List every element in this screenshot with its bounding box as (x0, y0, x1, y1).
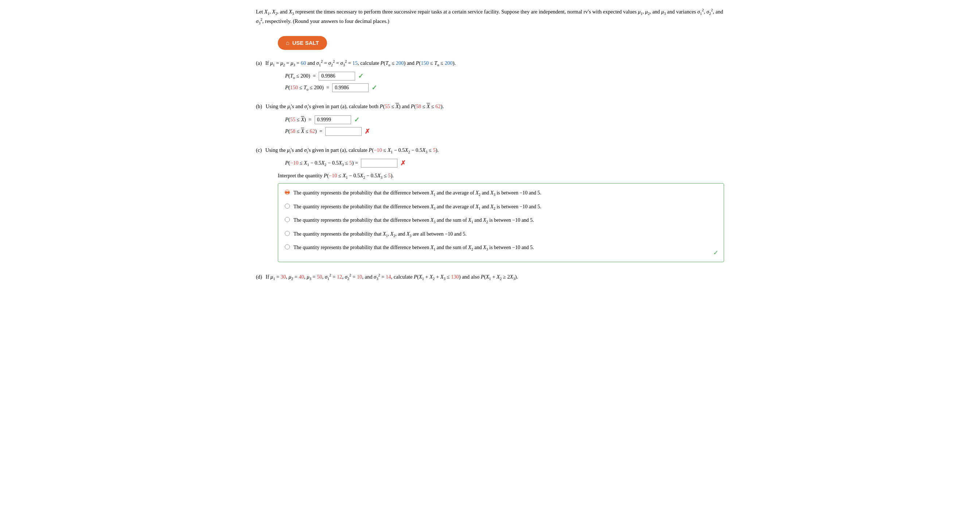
part-b-row-2-label: P(58 ≤ X ≤ 62) = (285, 128, 322, 135)
part-c-cross: ✗ (400, 159, 406, 167)
radio-circle-2[interactable] (285, 204, 290, 209)
radio-option-2[interactable]: The quantity represents the probability … (285, 203, 717, 212)
radio-label-1: The quantity represents the probability … (293, 189, 541, 198)
part-c-row: P(−10 ≤ X1 − 0.5X2 − 0.5X3 ≤ 5) = ✗ (285, 159, 724, 168)
interpretation-radio-group: The quantity represents the probability … (278, 183, 724, 262)
part-a-input-1[interactable] (319, 72, 355, 81)
radio-label-3: The quantity represents the probability … (293, 216, 534, 225)
part-d-label: (d) If μ1 = 30, μ2 = 40, μ3 = 50, σ12 = … (256, 273, 724, 282)
radio-label-4: The quantity represents the probability … (293, 230, 467, 239)
interpret-label: Interpret the quantity P(−10 ≤ X1 − 0.5X… (278, 173, 724, 179)
radio-circle-1[interactable] (285, 190, 290, 195)
radio-group-check: ✓ (713, 247, 719, 258)
part-a-check-2: ✓ (372, 84, 377, 92)
part-d: (d) If μ1 = 30, μ2 = 40, μ3 = 50, σ12 = … (256, 273, 724, 282)
part-b-row-1: P(55 ≤ X) = ✓ (285, 116, 724, 124)
part-a-label: (a) If μ1 = μ2 = μ3 = 60 and σ12 = σ22 =… (256, 59, 724, 68)
part-a-row-2: P(150 ≤ To ≤ 200) = ✓ (285, 83, 724, 92)
radio-option-4[interactable]: The quantity represents the probability … (285, 230, 717, 239)
part-c-row-label: P(−10 ≤ X1 − 0.5X2 − 0.5X3 ≤ 5) = (285, 160, 358, 167)
part-a-input-2[interactable] (332, 83, 369, 92)
part-b-check-1: ✓ (354, 116, 360, 124)
part-b-row-1-label: P(55 ≤ X) = (285, 117, 312, 123)
part-a: (a) If μ1 = μ2 = μ3 = 60 and σ12 = σ22 =… (256, 59, 724, 92)
part-b-row-2: P(58 ≤ X ≤ 62) = ✗ (285, 127, 724, 136)
part-c-input[interactable] (361, 159, 398, 168)
part-a-row-2-label: P(150 ≤ To ≤ 200) = (285, 84, 329, 91)
part-a-row-1-label: P(To ≤ 200) = (285, 73, 316, 80)
part-a-row-1: P(To ≤ 200) = ✓ (285, 72, 724, 81)
part-b-input-1[interactable] (315, 116, 351, 124)
salt-icon: ⌂ (286, 40, 290, 46)
part-b-label: (b) Using the μi's and σi's given in par… (256, 102, 724, 112)
part-a-check-1: ✓ (358, 72, 363, 80)
radio-label-5: The quantity represents the probability … (293, 243, 534, 252)
radio-label-2: The quantity represents the probability … (293, 203, 541, 212)
part-b-input-2[interactable] (325, 127, 362, 136)
radio-circle-3[interactable] (285, 217, 290, 222)
radio-option-3[interactable]: The quantity represents the probability … (285, 216, 717, 225)
radio-option-5[interactable]: The quantity represents the probability … (285, 243, 717, 252)
use-salt-button[interactable]: ⌂ USE SALT (278, 36, 327, 50)
radio-option-1[interactable]: The quantity represents the probability … (285, 189, 717, 198)
part-c-label: (c) Using the μi's and σi's given in par… (256, 146, 724, 155)
part-b-cross-2: ✗ (364, 127, 370, 135)
salt-label: USE SALT (293, 40, 319, 46)
part-c: (c) Using the μi's and σi's given in par… (256, 146, 724, 263)
part-b: (b) Using the μi's and σi's given in par… (256, 102, 724, 136)
problem-intro: Let X1, X2, and X3 represent the times n… (256, 7, 724, 27)
radio-circle-5[interactable] (285, 244, 290, 249)
radio-circle-4[interactable] (285, 231, 290, 236)
problem-container: Let X1, X2, and X3 represent the times n… (256, 7, 724, 282)
